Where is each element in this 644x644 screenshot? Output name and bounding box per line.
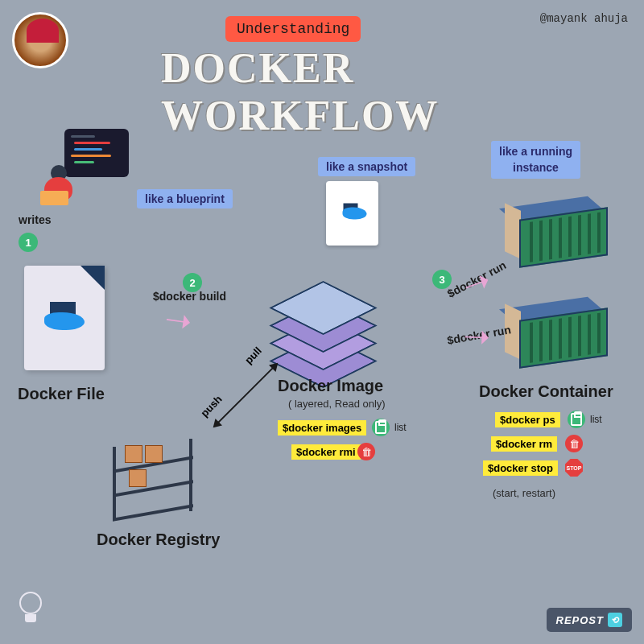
cmd-docker-build: $docker build (153, 290, 226, 303)
list-text: list (590, 414, 602, 425)
docker-container-label: Docker Container (479, 382, 613, 401)
subtitle-badge: Understanding (225, 16, 361, 42)
tag-blueprint: like a blueprint (137, 189, 233, 208)
cmd-docker-ps: $docker ps (495, 412, 560, 427)
arrow-build-icon: ➝ (163, 300, 195, 341)
docker-registry-label: Docker Registry (97, 530, 220, 549)
cmd-docker-rmi: $docker rmi (291, 444, 361, 460)
dockerfile-label: Docker File (18, 385, 105, 403)
list-icon (372, 419, 390, 436)
docker-whale-icon (40, 302, 89, 334)
container-two-icon (503, 298, 616, 370)
dockerfile-icon (24, 266, 105, 370)
repost-icon: ⟲ (608, 613, 622, 627)
cmd-docker-rm: $docker rm (491, 436, 557, 452)
arrow-run-two-icon: ➝ (462, 317, 491, 355)
mini-whale-icon (338, 204, 366, 224)
delete-icon: 🗑 (357, 443, 375, 460)
tag-snapshot: like a snapshot (318, 157, 415, 176)
writes-label: writes (19, 213, 51, 226)
container-sublabel: (start, restart) (493, 487, 555, 499)
repost-badge: REPOST ⟲ (547, 608, 632, 632)
tag-running-instance: like a running instance (491, 141, 580, 179)
docker-image-label: Docker Image (278, 377, 383, 395)
list-icon (568, 411, 585, 428)
image-sublabel: ( layered, Read only) (288, 398, 386, 410)
person-icon (36, 165, 80, 209)
step-one-badge: 1 (19, 233, 38, 252)
cmd-docker-stop: $docker stop (483, 460, 558, 476)
attribution-text: @mayank ahuja (540, 12, 628, 25)
docker-registry-icon (105, 439, 201, 519)
docker-image-layers-icon (275, 270, 372, 366)
lightbulb-icon (16, 592, 44, 628)
repost-text: REPOST (556, 614, 604, 626)
delete-icon: 🗑 (565, 435, 583, 452)
snapshot-polaroid-icon (326, 181, 378, 246)
main-title: DOCKER WORKFLOW (161, 44, 483, 139)
list-text: list (394, 422, 407, 433)
author-avatar (12, 12, 68, 68)
cmd-docker-images: $docker images (278, 420, 366, 436)
container-one-icon (503, 197, 616, 270)
developer-illustration (32, 129, 129, 209)
stop-icon: STOP (565, 459, 583, 477)
